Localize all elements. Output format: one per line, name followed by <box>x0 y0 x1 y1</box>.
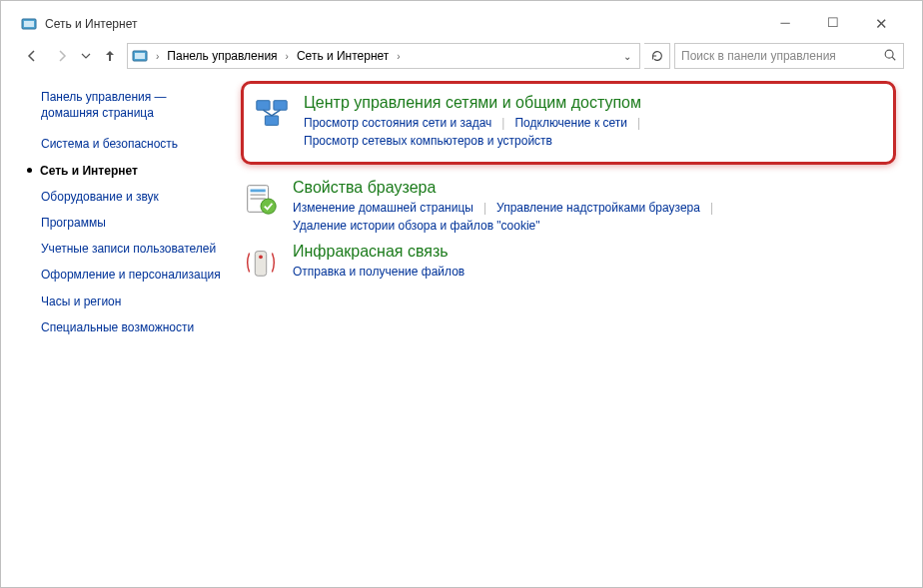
sublinks: Просмотр состояния сети и задач | Подклю… <box>304 114 883 150</box>
sublink-manage-addons[interactable]: Управление надстройками браузера <box>496 199 700 217</box>
svg-line-6 <box>892 57 895 60</box>
svg-point-14 <box>261 199 276 214</box>
sidebar-item-label: Специальные возможности <box>41 319 194 335</box>
category-infrared: Инфракрасная связь Отправка и получение … <box>241 239 896 287</box>
minimize-button[interactable]: ─ <box>770 15 800 33</box>
sidebar-item-accessibility[interactable]: Специальные возможности <box>27 314 225 340</box>
separator: | <box>473 201 496 215</box>
svg-rect-7 <box>257 101 270 111</box>
sidebar-item-label: Сеть и Интернет <box>40 163 138 179</box>
sidebar-item-network[interactable]: Сеть и Интернет <box>27 158 225 184</box>
search-input[interactable]: Поиск в панели управления <box>674 43 904 69</box>
breadcrumb-current[interactable]: Сеть и Интернет <box>297 49 389 63</box>
category-body: Инфракрасная связь Отправка и получение … <box>293 243 896 283</box>
network-sharing-icon <box>252 94 292 134</box>
sublinks: Изменение домашней страницы | Управление… <box>293 199 896 235</box>
svg-rect-13 <box>251 198 266 200</box>
back-button[interactable] <box>19 43 45 69</box>
category-body: Центр управления сетями и общим доступом… <box>304 94 883 150</box>
up-button[interactable] <box>97 43 123 69</box>
address-icon <box>132 48 148 64</box>
svg-rect-9 <box>265 116 278 126</box>
sidebar-home[interactable]: Панель управления — домашняя страница <box>27 87 225 131</box>
category-title-browser[interactable]: Свойства браузера <box>293 179 896 197</box>
svg-point-16 <box>259 255 263 259</box>
chevron-right-icon: › <box>284 51 291 62</box>
refresh-button[interactable] <box>644 43 670 69</box>
separator: | <box>700 201 723 215</box>
sidebar: Панель управления — домашняя страница Си… <box>19 81 229 569</box>
sidebar-item-clock[interactable]: Часы и регион <box>27 289 225 314</box>
sidebar-item-label: Учетные записи пользователей <box>41 241 216 257</box>
separator: | <box>491 116 514 130</box>
sidebar-item-label: Система и безопасность <box>41 136 178 152</box>
close-button[interactable]: ✕ <box>866 15 896 33</box>
category-title-infrared[interactable]: Инфракрасная связь <box>293 243 896 261</box>
sidebar-item-label: Оборудование и звук <box>41 189 159 205</box>
address-dropdown-icon[interactable]: ⌄ <box>623 51 635 62</box>
sidebar-item-hardware[interactable]: Оборудование и звук <box>27 184 225 210</box>
sublink-view-devices[interactable]: Просмотр сетевых компьютеров и устройств <box>304 132 552 150</box>
address-bar[interactable]: › Панель управления › Сеть и Интернет › … <box>127 43 640 69</box>
control-panel-window: Сеть и Интернет ─ ☐ ✕ › <box>0 0 923 588</box>
sublink-change-homepage[interactable]: Изменение домашней страницы <box>293 199 473 217</box>
sublinks: Отправка и получение файлов <box>293 263 896 281</box>
browser-properties-icon <box>241 179 281 219</box>
main-content: Центр управления сетями и общим доступом… <box>241 81 904 569</box>
window-title: Сеть и Интернет <box>45 17 770 31</box>
search-icon <box>883 48 897 65</box>
sidebar-item-appearance[interactable]: Оформление и персонализация <box>27 262 225 288</box>
sidebar-item-label: Программы <box>41 215 106 231</box>
maximize-button[interactable]: ☐ <box>818 15 848 33</box>
search-placeholder: Поиск в панели управления <box>681 49 877 63</box>
category-network-sharing: Центр управления сетями и общим доступом… <box>252 90 883 154</box>
svg-rect-1 <box>24 21 34 27</box>
svg-rect-15 <box>255 252 266 277</box>
titlebar: Сеть и Интернет ─ ☐ ✕ <box>19 11 904 41</box>
svg-rect-8 <box>274 101 287 111</box>
recent-dropdown[interactable] <box>79 43 93 69</box>
forward-button[interactable] <box>49 43 75 69</box>
highlight-network-sharing: Центр управления сетями и общим доступом… <box>241 81 896 165</box>
chevron-right-icon: › <box>395 51 402 62</box>
sublink-network-status[interactable]: Просмотр состояния сети и задач <box>304 114 491 132</box>
sublink-delete-history[interactable]: Удаление истории обзора и файлов "cookie… <box>293 217 540 235</box>
breadcrumb-root[interactable]: Панель управления <box>167 49 277 63</box>
sublink-send-receive[interactable]: Отправка и получение файлов <box>293 263 464 281</box>
sublink-connect-network[interactable]: Подключение к сети <box>514 114 626 132</box>
nav-row: › Панель управления › Сеть и Интернет › … <box>19 41 904 75</box>
category-browser: Свойства браузера Изменение домашней стр… <box>241 175 896 239</box>
svg-rect-4 <box>135 53 145 59</box>
chevron-right-icon: › <box>154 51 161 62</box>
separator: | <box>627 116 650 130</box>
sidebar-item-system[interactable]: Система и безопасность <box>27 131 225 157</box>
sidebar-item-users[interactable]: Учетные записи пользователей <box>27 236 225 262</box>
svg-rect-11 <box>251 190 266 193</box>
app-icon <box>21 16 37 32</box>
svg-point-5 <box>885 50 893 58</box>
window-controls: ─ ☐ ✕ <box>770 15 902 33</box>
sidebar-item-programs[interactable]: Программы <box>27 210 225 236</box>
sidebar-item-label: Оформление и персонализация <box>41 267 221 283</box>
category-title-network-sharing[interactable]: Центр управления сетями и общим доступом <box>304 94 883 112</box>
body: Панель управления — домашняя страница Си… <box>19 81 904 569</box>
svg-rect-12 <box>251 194 266 196</box>
svg-rect-2 <box>109 55 111 61</box>
sidebar-item-label: Часы и регион <box>41 294 121 309</box>
infrared-icon <box>241 243 281 283</box>
category-body: Свойства браузера Изменение домашней стр… <box>293 179 896 235</box>
